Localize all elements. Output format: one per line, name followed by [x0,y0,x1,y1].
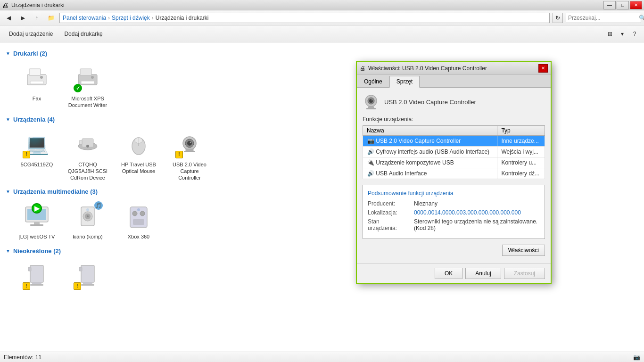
view-dropdown-button[interactable]: ▾ [617,29,628,39]
folder-icon-button[interactable]: 📁 [45,13,57,23]
back-button[interactable]: ◀ [3,13,14,23]
dialog-title: Właściwości: USB 2.0 Video Capture Contr… [368,65,487,72]
properties-dialog: 🖨 Właściwości: USB 2.0 Video Capture Con… [356,61,552,284]
row3-icon: 🔌 [367,159,374,166]
ok-button[interactable]: OK [435,268,462,279]
summary-box: Podsumowanie funkcji urządzenia Producen… [363,185,545,239]
table-row[interactable]: 🔊 USB Audio Interface Kontrolery dź... [363,168,545,179]
summary-title: Podsumowanie funkcji urządzenia [368,190,540,197]
status-bar: Elementów: 11 📷 [0,352,644,362]
properties-btn-row: Właściwości [363,245,545,258]
window-icon: 🖨 [2,1,8,9]
row1-icon: 📷 [367,137,374,145]
title-bar: 🖨 Urządzenia i drukarki — □ ✕ [0,0,644,10]
close-button[interactable]: ✕ [630,1,642,9]
dialog-body: USB 2.0 Video Capture Controller Funkcje… [357,88,551,263]
row1-name: 📷 USB 2.0 Video Capture Controller [363,136,497,147]
functions-label: Funkcje urządzenia: [363,116,545,123]
add-printer-button[interactable]: Dodaj drukarkę [59,27,107,41]
device-functions-table: Nazwa Typ 📷 USB 2.0 Video Capture Contro… [363,125,545,179]
row4-type: Kontrolery dź... [497,168,545,179]
camera-status-icon: 📷 [633,354,640,361]
main-content: ▼ Drukarki (2) Fax [0,42,644,352]
status-count: 11 [35,354,41,361]
location-label: Lokalizacja: [368,209,410,216]
row1-type: Inne urządze... [497,136,545,147]
summary-manufacturer-row: Producent: Nieznany [368,200,540,207]
row3-type: Kontrolery u... [497,157,545,168]
address-bar: ◀ ▶ ↑ 📁 Panel sterowania › Sprzęt i dźwi… [0,10,644,25]
status-label: Stan urządzenia: [368,218,410,231]
status-value: Sterowniki tego urządzenia nie są zainst… [414,218,540,231]
modal-overlay: 🖨 Właściwości: USB 2.0 Video Capture Con… [0,42,644,352]
breadcrumb-control-panel[interactable]: Panel sterowania [63,15,106,21]
help-button[interactable]: ? [629,29,640,39]
maximize-button[interactable]: □ [617,1,629,9]
table-row[interactable]: 📷 USB 2.0 Video Capture Controller Inne … [363,136,545,147]
search-icon: 🔍 [639,15,644,21]
row2-icon: 🔊 [367,148,374,156]
apply-button[interactable]: Zastosuj [504,268,545,279]
device-header-name: USB 2.0 Video Capture Controller [384,99,476,106]
row2-type: Wejścia i wyj... [497,147,545,157]
summary-location-row: Lokalizacja: 0000.0014.0000.003.000.000.… [368,209,540,216]
toolbar: Dodaj urządzenie Dodaj drukarkę ⊞ ▾ ? [0,25,644,42]
manufacturer-label: Producent: [368,200,410,207]
location-value: 0000.0014.0000.003.000.000.000.000.000 [414,209,521,216]
col-name-header: Nazwa [363,126,497,136]
col-type-header: Typ [497,126,545,136]
minimize-button[interactable]: — [603,1,616,9]
svg-point-46 [372,99,372,100]
dialog-icon: 🖨 [360,65,365,72]
row3-name: 🔌 Urządzenie kompozytowe USB [363,157,497,168]
breadcrumb: Panel sterowania › Sprzęt i dźwięk › Urz… [59,13,550,23]
table-row[interactable]: 🔌 Urządzenie kompozytowe USB Kontrolery … [363,157,545,168]
svg-rect-48 [366,108,376,109]
dialog-device-icon [363,93,380,110]
tab-hardware[interactable]: Sprzęt [389,76,420,88]
view-icon-button[interactable]: ⊞ [604,29,616,39]
device-header-row: USB 2.0 Video Capture Controller [363,93,545,110]
dialog-footer: OK Anuluj Zastosuj [357,263,551,283]
window-title: Urządzenia i drukarki [11,2,65,8]
search-box[interactable]: 🔍 [566,13,641,23]
summary-status-row: Stan urządzenia: Sterowniki tego urządze… [368,218,540,231]
cancel-button[interactable]: Anuluj [465,268,501,279]
up-button[interactable]: ↑ [31,13,42,23]
row4-name: 🔊 USB Audio Interface [363,168,497,179]
table-row[interactable]: 🔊 Cyfrowy interfejs audio (USB Audio Int… [363,147,545,157]
breadcrumb-current: Urządzenia i drukarki [156,15,209,21]
dialog-close-button[interactable]: ✕ [538,64,548,73]
status-count-label: Elementów: [4,354,33,361]
dialog-tabs: Ogólne Sprzęt [357,74,551,88]
add-device-button[interactable]: Dodaj urządzenie [4,27,58,41]
manufacturer-value: Nieznany [414,200,438,207]
toolbar-separator [111,28,111,40]
tab-general[interactable]: Ogólne [357,76,389,87]
row2-name: 🔊 Cyfrowy interfejs audio (USB Audio Int… [363,147,497,157]
search-input[interactable] [568,15,639,21]
dialog-titlebar: 🖨 Właściwości: USB 2.0 Video Capture Con… [357,62,551,74]
forward-button[interactable]: ▶ [17,13,28,23]
refresh-button[interactable]: ↻ [553,13,563,23]
properties-button[interactable]: Właściwości [502,245,545,256]
row4-icon: 🔊 [367,170,374,177]
breadcrumb-hardware[interactable]: Sprzęt i dźwięk [112,15,150,21]
